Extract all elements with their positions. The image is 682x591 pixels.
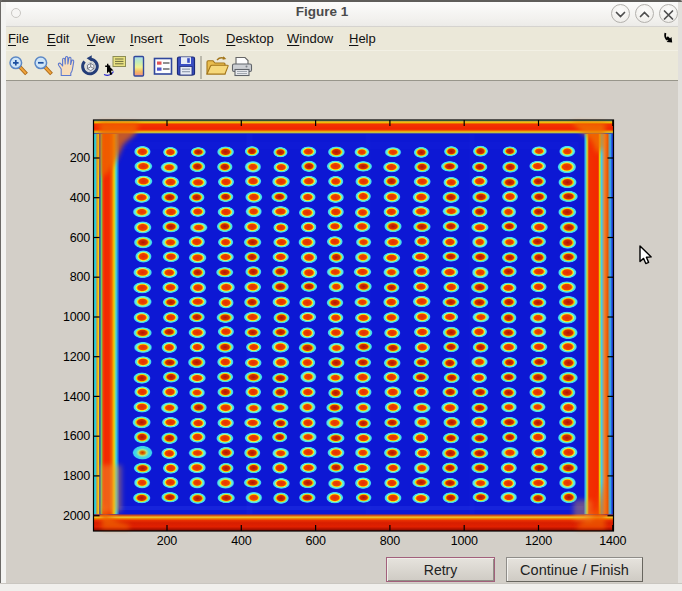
svg-text:1200: 1200 [63, 350, 90, 364]
svg-text:400: 400 [231, 534, 252, 548]
svg-text:600: 600 [70, 231, 91, 245]
svg-text:1000: 1000 [63, 310, 90, 324]
svg-text:2000: 2000 [63, 509, 90, 523]
svg-text:200: 200 [157, 534, 178, 548]
svg-text:1600: 1600 [63, 429, 90, 443]
svg-text:600: 600 [305, 534, 326, 548]
svg-text:800: 800 [70, 270, 91, 284]
svg-text:1000: 1000 [451, 534, 478, 548]
svg-text:1200: 1200 [525, 534, 552, 548]
svg-text:400: 400 [70, 191, 91, 205]
svg-text:200: 200 [70, 151, 91, 165]
svg-text:1400: 1400 [599, 534, 626, 548]
svg-text:1400: 1400 [63, 390, 90, 404]
svg-text:1800: 1800 [63, 469, 90, 483]
svg-text:800: 800 [380, 534, 401, 548]
